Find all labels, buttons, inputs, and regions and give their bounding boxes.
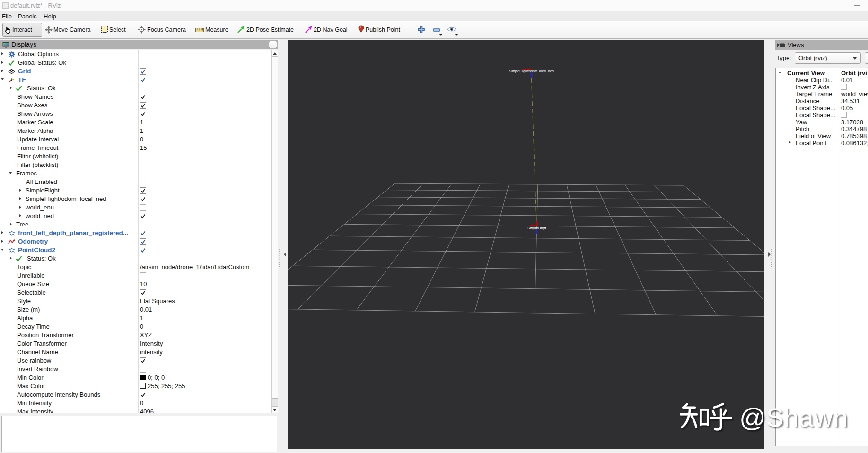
svg-text:world_ned: world_ned	[530, 226, 546, 230]
svg-text:SimpleFlight/odom_local_ned: SimpleFlight/odom_local_ned	[509, 69, 553, 73]
